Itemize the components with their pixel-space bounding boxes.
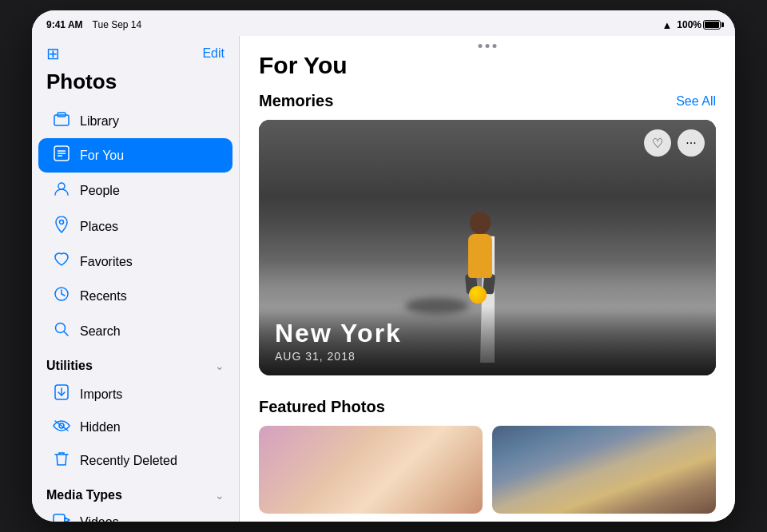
svg-point-7 bbox=[60, 220, 64, 224]
battery-indicator: 100% bbox=[677, 19, 721, 30]
sidebar-item-people[interactable]: People bbox=[38, 173, 232, 208]
media-types-title: Media Types bbox=[46, 488, 122, 502]
sidebar: ⊞ Edit Photos Library bbox=[32, 36, 240, 522]
memory-date: AUG 31, 2018 bbox=[275, 350, 700, 363]
sidebar-item-label-favorites: Favorites bbox=[80, 255, 133, 269]
memory-card[interactable]: ♡ ··· New York AUG 31, 2018 bbox=[259, 120, 716, 375]
memory-overlay: New York AUG 31, 2018 bbox=[259, 306, 716, 375]
memories-see-all-button[interactable]: See All bbox=[676, 94, 716, 109]
hidden-icon bbox=[53, 419, 70, 435]
status-date: Tue Sep 14 bbox=[93, 19, 142, 30]
featured-photos-label: Featured Photos bbox=[259, 398, 385, 416]
utilities-nav: Imports Hidden bbox=[32, 376, 239, 478]
library-icon bbox=[53, 112, 70, 130]
wifi-icon: ▲ bbox=[662, 19, 672, 31]
sidebar-item-recently-deleted[interactable]: Recently Deleted bbox=[38, 443, 232, 478]
status-right: ▲ 100% bbox=[662, 19, 721, 31]
sidebar-item-for-you[interactable]: For You bbox=[38, 138, 232, 173]
featured-photo-2[interactable] bbox=[492, 426, 716, 514]
places-icon bbox=[53, 216, 70, 237]
main-content: For You Memories See All bbox=[240, 36, 735, 522]
favorites-icon bbox=[53, 252, 70, 271]
featured-photos-section-header: Featured Photos bbox=[259, 398, 716, 416]
status-time: 9:41 AM bbox=[46, 19, 83, 30]
sidebar-title: Photos bbox=[32, 69, 239, 104]
media-types-section-header[interactable]: Media Types ⌄ bbox=[32, 478, 239, 506]
recently-deleted-icon bbox=[53, 451, 70, 470]
battery-percent: 100% bbox=[677, 19, 701, 30]
utilities-title: Utilities bbox=[46, 359, 93, 373]
sidebar-item-label-library: Library bbox=[80, 114, 119, 129]
sidebar-header: ⊞ Edit bbox=[32, 36, 239, 69]
media-types-chevron-icon: ⌄ bbox=[215, 489, 225, 502]
featured-photos-row bbox=[259, 426, 716, 514]
sidebar-item-label-for-you: For You bbox=[80, 149, 124, 163]
svg-point-6 bbox=[58, 183, 65, 189]
memory-more-button[interactable]: ··· bbox=[678, 129, 705, 157]
memory-actions: ♡ ··· bbox=[644, 129, 705, 157]
videos-icon bbox=[53, 514, 70, 522]
people-icon bbox=[53, 181, 70, 200]
memory-title: New York bbox=[275, 319, 700, 348]
imports-icon bbox=[53, 384, 70, 404]
page-title: For You bbox=[259, 52, 716, 79]
sidebar-item-label-hidden: Hidden bbox=[80, 420, 121, 435]
sidebar-item-places[interactable]: Places bbox=[38, 208, 232, 244]
search-icon bbox=[53, 321, 70, 341]
sidebar-toggle-icon[interactable]: ⊞ bbox=[46, 44, 60, 63]
sidebar-item-recents[interactable]: Recents bbox=[38, 279, 232, 313]
memory-heart-button[interactable]: ♡ bbox=[644, 129, 671, 157]
sidebar-item-hidden[interactable]: Hidden bbox=[38, 412, 232, 443]
svg-rect-15 bbox=[54, 514, 65, 522]
app-container: ⊞ Edit Photos Library bbox=[32, 36, 735, 522]
sidebar-item-imports[interactable]: Imports bbox=[38, 377, 232, 411]
for-you-icon bbox=[53, 145, 70, 165]
memories-section-header: Memories See All bbox=[259, 92, 716, 110]
recents-icon bbox=[53, 286, 70, 306]
sidebar-item-label-people: People bbox=[80, 184, 120, 198]
sidebar-item-label-recently-deleted: Recently Deleted bbox=[80, 454, 177, 468]
top-bar-dots[interactable] bbox=[479, 44, 497, 48]
media-types-nav: Videos Selfies bbox=[32, 506, 239, 522]
svg-marker-16 bbox=[65, 518, 70, 522]
person-head bbox=[470, 212, 491, 234]
status-bar: 9:41 AM Tue Sep 14 ▲ 100% bbox=[32, 10, 735, 36]
sidebar-item-videos[interactable]: Videos bbox=[38, 506, 232, 522]
sidebar-item-label-search: Search bbox=[80, 324, 121, 339]
sidebar-item-favorites[interactable]: Favorites bbox=[38, 245, 232, 278]
utilities-section-header[interactable]: Utilities ⌄ bbox=[32, 349, 239, 376]
battery-icon bbox=[703, 20, 721, 30]
edit-button[interactable]: Edit bbox=[202, 46, 225, 61]
sidebar-item-label-places: Places bbox=[80, 220, 118, 234]
status-left: 9:41 AM Tue Sep 14 bbox=[46, 19, 141, 30]
sidebar-item-search[interactable]: Search bbox=[38, 314, 232, 348]
sidebar-item-label-recents: Recents bbox=[80, 289, 127, 304]
memories-label: Memories bbox=[259, 92, 333, 110]
sidebar-item-label-videos: Videos bbox=[80, 515, 119, 522]
utilities-chevron-icon: ⌄ bbox=[215, 359, 225, 372]
person-body bbox=[468, 234, 492, 278]
person-figure bbox=[460, 206, 508, 294]
sidebar-nav: Library For You bbox=[32, 104, 239, 349]
featured-photo-1[interactable] bbox=[259, 426, 483, 514]
sidebar-item-library[interactable]: Library bbox=[38, 105, 232, 137]
svg-line-10 bbox=[64, 332, 68, 335]
sidebar-item-label-imports: Imports bbox=[80, 387, 122, 402]
